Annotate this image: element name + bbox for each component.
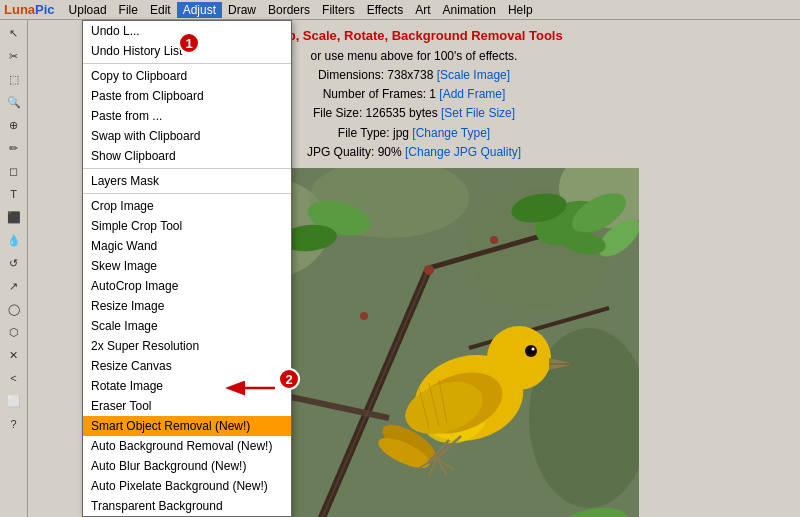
- menu-item-super-resolution[interactable]: 2x Super Resolution: [83, 336, 291, 356]
- menu-item-auto-bg-removal[interactable]: Auto Background Removal (New!): [83, 436, 291, 456]
- tool-select[interactable]: ↖: [3, 22, 25, 44]
- menu-item-crop-image[interactable]: Crop Image: [83, 196, 291, 216]
- tool-rectangle[interactable]: ⬚: [3, 68, 25, 90]
- menu-item-resize-image[interactable]: Resize Image: [83, 296, 291, 316]
- menu-item-undo-l[interactable]: Undo L...: [83, 21, 291, 41]
- menu-edit[interactable]: Edit: [144, 2, 177, 18]
- menu-item-skew-image[interactable]: Skew Image: [83, 256, 291, 276]
- svg-point-43: [424, 265, 434, 275]
- svg-point-44: [360, 312, 368, 320]
- left-toolbar: ↖ ✂ ⬚ 🔍 ⊕ ✏ ◻ T ⬛ 💧 ↺ ↗ ◯ ⬡ ✕ < ⬜ ?: [0, 20, 28, 517]
- main-area: ↖ ✂ ⬚ 🔍 ⊕ ✏ ◻ T ⬛ 💧 ↺ ↗ ◯ ⬡ ✕ < ⬜ ? Crop…: [0, 20, 800, 517]
- tool-box[interactable]: ⬜: [3, 390, 25, 412]
- menu-item-autocrop[interactable]: AutoCrop Image: [83, 276, 291, 296]
- menu-divider-1: [83, 63, 291, 64]
- menu-item-magic-wand[interactable]: Magic Wand: [83, 236, 291, 256]
- menu-adjust[interactable]: Adjust: [177, 2, 222, 18]
- tool-pencil[interactable]: ✏: [3, 137, 25, 159]
- tool-fill[interactable]: ⬛: [3, 206, 25, 228]
- menu-file[interactable]: File: [113, 2, 144, 18]
- menu-item-auto-pixelate-bg[interactable]: Auto Pixelate Background (New!): [83, 476, 291, 496]
- menu-item-resize-canvas[interactable]: Resize Canvas: [83, 356, 291, 376]
- tool-dropper[interactable]: 💧: [3, 229, 25, 251]
- adjust-dropdown-menu[interactable]: Undo L... Undo History List Copy to Clip…: [82, 20, 292, 517]
- tool-circle[interactable]: ◯: [3, 298, 25, 320]
- tool-help[interactable]: ?: [3, 413, 25, 435]
- menu-item-transparent-bg[interactable]: Transparent Background: [83, 496, 291, 516]
- menu-item-smart-object-removal[interactable]: Smart Object Removal (New!): [83, 416, 291, 436]
- tool-flip[interactable]: ↗: [3, 275, 25, 297]
- menu-item-swap-clipboard[interactable]: Swap with Clipboard: [83, 126, 291, 146]
- add-frame-link[interactable]: [Add Frame]: [439, 87, 505, 101]
- set-file-size-link[interactable]: [Set File Size]: [441, 106, 515, 120]
- menu-help[interactable]: Help: [502, 2, 539, 18]
- change-quality-link[interactable]: [Change JPG Quality]: [405, 145, 521, 159]
- menu-item-scale-image[interactable]: Scale Image: [83, 316, 291, 336]
- menu-item-paste-clipboard[interactable]: Paste from Clipboard: [83, 86, 291, 106]
- info-title: Crop, Scale, Rotate, Background Removal …: [265, 28, 562, 43]
- app-logo: LunaPic: [4, 2, 55, 17]
- menu-item-auto-blur-bg[interactable]: Auto Blur Background (New!): [83, 456, 291, 476]
- menu-item-show-clipboard[interactable]: Show Clipboard: [83, 146, 291, 166]
- menu-item-eraser-tool[interactable]: Eraser Tool: [83, 396, 291, 416]
- tool-rotate[interactable]: ↺: [3, 252, 25, 274]
- tool-text[interactable]: T: [3, 183, 25, 205]
- menu-filters[interactable]: Filters: [316, 2, 361, 18]
- change-type-link[interactable]: [Change Type]: [412, 126, 490, 140]
- menu-divider-2: [83, 168, 291, 169]
- tool-square[interactable]: ◻: [3, 160, 25, 182]
- menu-divider-3: [83, 193, 291, 194]
- tool-eraser[interactable]: ✕: [3, 344, 25, 366]
- tool-zoom-in[interactable]: ⊕: [3, 114, 25, 136]
- menu-item-paste-from[interactable]: Paste from ...: [83, 106, 291, 126]
- menu-item-rotate-image[interactable]: Rotate Image: [83, 376, 291, 396]
- tool-crop[interactable]: ✂: [3, 45, 25, 67]
- svg-point-20: [487, 326, 551, 390]
- svg-point-45: [490, 236, 498, 244]
- menu-item-undo-history[interactable]: Undo History List: [83, 41, 291, 61]
- svg-point-31: [532, 347, 535, 350]
- menubar: LunaPic Upload File Edit Adjust Draw Bor…: [0, 0, 800, 20]
- menu-animation[interactable]: Animation: [437, 2, 502, 18]
- menu-draw[interactable]: Draw: [222, 2, 262, 18]
- menu-upload[interactable]: Upload: [63, 2, 113, 18]
- menu-effects[interactable]: Effects: [361, 2, 409, 18]
- menu-art[interactable]: Art: [409, 2, 436, 18]
- menu-item-simple-crop[interactable]: Simple Crop Tool: [83, 216, 291, 236]
- tool-zoom[interactable]: 🔍: [3, 91, 25, 113]
- menu-borders[interactable]: Borders: [262, 2, 316, 18]
- menu-item-copy-clipboard[interactable]: Copy to Clipboard: [83, 66, 291, 86]
- tool-polygon[interactable]: ⬡: [3, 321, 25, 343]
- scale-image-link[interactable]: [Scale Image]: [437, 68, 510, 82]
- menu-item-layers-mask[interactable]: Layers Mask: [83, 171, 291, 191]
- tool-arrow[interactable]: <: [3, 367, 25, 389]
